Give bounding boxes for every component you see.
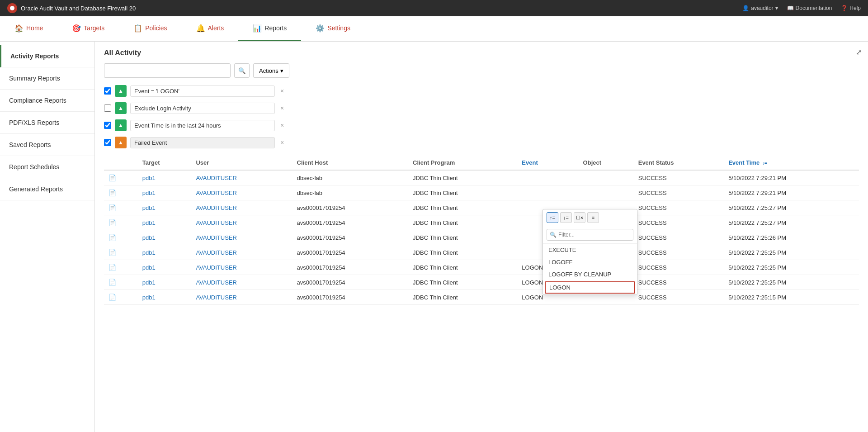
table-row: 📄pdb1AVAUDITUSERavs000017019254JDBC Thin… bbox=[104, 290, 859, 305]
user-link[interactable]: AVAUDITUSER bbox=[196, 279, 237, 286]
row-object bbox=[579, 170, 634, 185]
documentation-link[interactable]: 📖 Documentation bbox=[787, 5, 832, 11]
row-event-status: SUCCESS bbox=[634, 260, 724, 275]
target-link[interactable]: pdb1 bbox=[142, 249, 156, 256]
target-link[interactable]: pdb1 bbox=[142, 204, 156, 211]
nav-item-policies[interactable]: 📋Policies bbox=[119, 16, 181, 41]
row-user: AVAUDITUSER bbox=[191, 275, 292, 290]
filter-row: ▲Exclude Login Activity× bbox=[104, 100, 859, 116]
filter-close-button[interactable]: × bbox=[278, 104, 286, 113]
user-link[interactable]: AVAUDITUSER bbox=[196, 234, 237, 241]
filter-close-button[interactable]: × bbox=[278, 138, 286, 147]
document-icon: 📄 bbox=[108, 204, 116, 211]
filter-checkbox[interactable] bbox=[104, 104, 111, 112]
target-link[interactable]: pdb1 bbox=[142, 294, 156, 301]
row-user: AVAUDITUSER bbox=[191, 290, 292, 305]
row-event-status: SUCCESS bbox=[634, 245, 724, 260]
sidebar-item-pdf/xls-reports[interactable]: PDF/XLS Reports bbox=[0, 112, 94, 134]
sort-asc-button[interactable]: ↑= bbox=[547, 212, 558, 223]
col-event-time[interactable]: Event Time ↓= bbox=[724, 156, 859, 170]
target-link[interactable]: pdb1 bbox=[142, 175, 156, 181]
filter-close-button[interactable]: × bbox=[278, 86, 286, 95]
row-target: pdb1 bbox=[138, 170, 192, 185]
actions-button[interactable]: Actions ▾ bbox=[253, 63, 289, 78]
row-client-program: JDBC Thin Client bbox=[408, 215, 517, 230]
user-link[interactable]: AVAUDITUSER bbox=[196, 204, 237, 211]
sidebar-item-activity-reports[interactable]: Activity Reports bbox=[0, 45, 94, 67]
search-bar: 🔍 Actions ▾ bbox=[104, 63, 859, 78]
target-link[interactable]: pdb1 bbox=[142, 219, 156, 226]
filter-close-button[interactable]: × bbox=[278, 121, 286, 130]
user-link[interactable]: AVAUDITUSER bbox=[196, 249, 237, 256]
nav-icon-reports: 📊 bbox=[253, 24, 262, 33]
user-link[interactable]: AVAUDITUSER bbox=[196, 219, 237, 226]
search-input[interactable] bbox=[104, 63, 231, 78]
sidebar-item-generated-reports[interactable]: Generated Reports bbox=[0, 178, 94, 200]
row-target: pdb1 bbox=[138, 245, 192, 260]
sort-buttons: ↑= ↓= ☐× ≡ bbox=[547, 212, 599, 223]
target-link[interactable]: pdb1 bbox=[142, 279, 156, 286]
help-link[interactable]: ❓ Help bbox=[841, 5, 861, 11]
row-event-status: SUCCESS bbox=[634, 290, 724, 305]
nav-item-targets[interactable]: 🎯Targets bbox=[57, 16, 119, 41]
filters-section: ▲Event = 'LOGON'×▲Exclude Login Activity… bbox=[104, 83, 859, 150]
row-client-program: JDBC Thin Client bbox=[408, 230, 517, 245]
row-icon: 📄 bbox=[104, 275, 138, 290]
document-icon: 📄 bbox=[108, 219, 116, 226]
col-event[interactable]: Event bbox=[517, 156, 578, 170]
user-link[interactable]: AVAUDITUSER bbox=[196, 294, 237, 301]
event-option[interactable]: LOGON bbox=[545, 281, 635, 294]
row-event-time: 5/10/2022 7:25:25 PM bbox=[724, 275, 859, 290]
row-target: pdb1 bbox=[138, 290, 192, 305]
user-menu[interactable]: 👤 avauditor ▾ bbox=[742, 5, 778, 11]
filter-checkbox[interactable] bbox=[104, 139, 111, 146]
filter-row: ▲Failed Event× bbox=[104, 135, 859, 150]
nav-item-settings[interactable]: ⚙️Settings bbox=[301, 16, 365, 41]
table-row: 📄pdb1AVAUDITUSERavs000017019254JDBC Thin… bbox=[104, 215, 859, 230]
search-button[interactable]: 🔍 bbox=[234, 63, 250, 78]
event-filter-input[interactable] bbox=[558, 232, 630, 238]
filter-icon: ▲ bbox=[115, 119, 127, 131]
table-row: 📄pdb1AVAUDITUSERavs000017019254JDBC Thin… bbox=[104, 275, 859, 290]
row-user: AVAUDITUSER bbox=[191, 230, 292, 245]
sidebar-item-compliance-reports[interactable]: Compliance Reports bbox=[0, 90, 94, 112]
clear-sort-button[interactable]: ☐× bbox=[574, 212, 585, 223]
row-object bbox=[579, 185, 634, 200]
user-icon: 👤 bbox=[742, 5, 749, 11]
nav-icon-home: 🏠 bbox=[14, 24, 24, 33]
event-option[interactable]: EXECUTE bbox=[543, 244, 637, 256]
filter-options-button[interactable]: ≡ bbox=[587, 212, 599, 223]
row-target: pdb1 bbox=[138, 230, 192, 245]
nav-item-home[interactable]: 🏠Home bbox=[0, 16, 57, 41]
event-option[interactable]: LOGOFF BY CLEANUP bbox=[543, 268, 637, 280]
sidebar-item-saved-reports[interactable]: Saved Reports bbox=[0, 134, 94, 156]
event-option[interactable]: LOGOFF bbox=[543, 256, 637, 268]
row-icon: 📄 bbox=[104, 215, 138, 230]
user-link[interactable]: AVAUDITUSER bbox=[196, 190, 237, 196]
sidebar-item-report-schedules[interactable]: Report Schedules bbox=[0, 156, 94, 178]
target-link[interactable]: pdb1 bbox=[142, 234, 156, 241]
sort-desc-button[interactable]: ↓= bbox=[560, 212, 572, 223]
document-icon: 📄 bbox=[108, 189, 116, 196]
user-link[interactable]: AVAUDITUSER bbox=[196, 264, 237, 271]
row-user: AVAUDITUSER bbox=[191, 200, 292, 215]
nav-icon-policies: 📋 bbox=[133, 24, 142, 33]
nav-item-reports[interactable]: 📊Reports bbox=[238, 16, 301, 41]
event-filter-popup: ↑= ↓= ☐× ≡ 🔍 EXECUTELOGOFFLOGOFF BY CLEA… bbox=[542, 209, 637, 295]
row-client-program: JDBC Thin Client bbox=[408, 170, 517, 185]
row-event-status: SUCCESS bbox=[634, 200, 724, 215]
filter-checkbox[interactable] bbox=[104, 87, 111, 95]
row-user: AVAUDITUSER bbox=[191, 185, 292, 200]
nav-item-alerts[interactable]: 🔔Alerts bbox=[182, 16, 239, 41]
filter-checkbox[interactable] bbox=[104, 122, 111, 129]
target-link[interactable]: pdb1 bbox=[142, 264, 156, 271]
sidebar: Activity ReportsSummary ReportsComplianc… bbox=[0, 42, 95, 432]
user-link[interactable]: AVAUDITUSER bbox=[196, 175, 237, 181]
row-event bbox=[517, 185, 578, 200]
row-event-status: SUCCESS bbox=[634, 170, 724, 185]
target-link[interactable]: pdb1 bbox=[142, 190, 156, 196]
expand-icon[interactable]: ⤢ bbox=[856, 48, 862, 57]
sidebar-item-summary-reports[interactable]: Summary Reports bbox=[0, 67, 94, 90]
table-row: 📄pdb1AVAUDITUSERdbsec-labJDBC Thin Clien… bbox=[104, 170, 859, 185]
row-event-time: 5/10/2022 7:29:21 PM bbox=[724, 185, 859, 200]
